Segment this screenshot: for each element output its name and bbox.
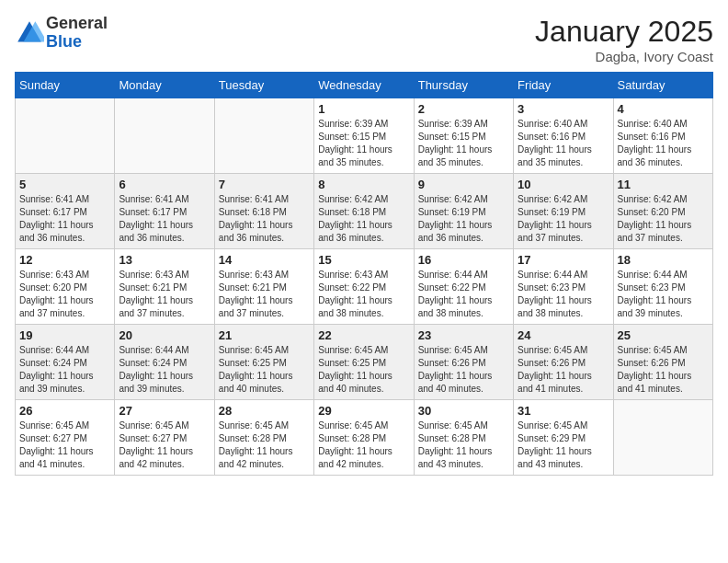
- day-info: Sunrise: 6:45 AMSunset: 6:26 PMDaylight:…: [418, 344, 509, 396]
- day-info: Sunrise: 6:43 AMSunset: 6:22 PMDaylight:…: [318, 269, 409, 320]
- day-info: Sunrise: 6:39 AMSunset: 6:15 PMDaylight:…: [318, 118, 409, 169]
- month-title: January 2025: [535, 15, 713, 49]
- table-row: 20Sunrise: 6:44 AMSunset: 6:24 PMDayligh…: [115, 325, 214, 400]
- logo: General Blue: [15, 15, 108, 52]
- col-thursday: Thursday: [414, 73, 513, 98]
- calendar-table: Sunday Monday Tuesday Wednesday Thursday…: [15, 72, 713, 476]
- day-info: Sunrise: 6:41 AMSunset: 6:17 PMDaylight:…: [19, 193, 110, 245]
- table-row: [115, 98, 214, 174]
- day-number: 26: [19, 404, 110, 418]
- title-block: January 2025 Dagba, Ivory Coast: [535, 15, 713, 64]
- day-info: Sunrise: 6:45 AMSunset: 6:26 PMDaylight:…: [618, 344, 709, 396]
- table-row: 28Sunrise: 6:45 AMSunset: 6:28 PMDayligh…: [214, 400, 313, 476]
- day-number: 24: [518, 328, 609, 342]
- day-number: 22: [318, 328, 409, 342]
- day-number: 2: [418, 102, 509, 116]
- table-row: 30Sunrise: 6:45 AMSunset: 6:28 PMDayligh…: [414, 400, 513, 476]
- day-number: 5: [19, 178, 110, 191]
- day-number: 16: [418, 253, 509, 267]
- day-number: 14: [219, 253, 310, 267]
- day-info: Sunrise: 6:42 AMSunset: 6:18 PMDaylight:…: [318, 193, 409, 245]
- table-row: 14Sunrise: 6:43 AMSunset: 6:21 PMDayligh…: [214, 249, 313, 325]
- table-row: 13Sunrise: 6:43 AMSunset: 6:21 PMDayligh…: [115, 249, 214, 325]
- day-info: Sunrise: 6:45 AMSunset: 6:28 PMDaylight:…: [418, 419, 509, 471]
- logo-text: General Blue: [46, 15, 108, 52]
- day-info: Sunrise: 6:41 AMSunset: 6:17 PMDaylight:…: [119, 193, 210, 245]
- table-row: 4Sunrise: 6:40 AMSunset: 6:16 PMDaylight…: [613, 98, 712, 174]
- table-row: 1Sunrise: 6:39 AMSunset: 6:15 PMDaylight…: [314, 98, 414, 174]
- calendar-week-row: 5Sunrise: 6:41 AMSunset: 6:17 PMDaylight…: [16, 174, 713, 249]
- day-number: 7: [219, 178, 310, 191]
- day-info: Sunrise: 6:40 AMSunset: 6:16 PMDaylight:…: [518, 118, 609, 169]
- day-info: Sunrise: 6:42 AMSunset: 6:19 PMDaylight:…: [518, 193, 609, 245]
- location-subtitle: Dagba, Ivory Coast: [535, 49, 713, 64]
- col-wednesday: Wednesday: [314, 73, 414, 98]
- day-info: Sunrise: 6:44 AMSunset: 6:24 PMDaylight:…: [119, 344, 210, 396]
- day-number: 20: [119, 328, 210, 342]
- table-row: [613, 400, 712, 476]
- day-info: Sunrise: 6:43 AMSunset: 6:21 PMDaylight:…: [219, 269, 310, 320]
- calendar-body: 1Sunrise: 6:39 AMSunset: 6:15 PMDaylight…: [16, 98, 713, 476]
- table-row: 12Sunrise: 6:43 AMSunset: 6:20 PMDayligh…: [16, 249, 115, 325]
- calendar-header-row: Sunday Monday Tuesday Wednesday Thursday…: [16, 73, 713, 98]
- day-number: 29: [318, 404, 409, 418]
- day-info: Sunrise: 6:42 AMSunset: 6:20 PMDaylight:…: [618, 193, 709, 245]
- day-info: Sunrise: 6:41 AMSunset: 6:18 PMDaylight:…: [219, 193, 310, 245]
- day-number: 15: [318, 253, 409, 267]
- day-number: 10: [518, 178, 609, 191]
- table-row: 8Sunrise: 6:42 AMSunset: 6:18 PMDaylight…: [314, 174, 414, 249]
- day-number: 8: [318, 178, 409, 191]
- day-info: Sunrise: 6:45 AMSunset: 6:29 PMDaylight:…: [518, 419, 609, 471]
- day-info: Sunrise: 6:45 AMSunset: 6:27 PMDaylight:…: [119, 419, 210, 471]
- day-info: Sunrise: 6:45 AMSunset: 6:26 PMDaylight:…: [518, 344, 609, 396]
- table-row: 23Sunrise: 6:45 AMSunset: 6:26 PMDayligh…: [414, 325, 513, 400]
- table-row: 10Sunrise: 6:42 AMSunset: 6:19 PMDayligh…: [514, 174, 613, 249]
- day-info: Sunrise: 6:39 AMSunset: 6:15 PMDaylight:…: [418, 118, 509, 169]
- col-monday: Monday: [115, 73, 214, 98]
- day-info: Sunrise: 6:43 AMSunset: 6:21 PMDaylight:…: [119, 269, 210, 320]
- table-row: 21Sunrise: 6:45 AMSunset: 6:25 PMDayligh…: [214, 325, 313, 400]
- logo-general-text: General: [46, 15, 108, 33]
- table-row: 25Sunrise: 6:45 AMSunset: 6:26 PMDayligh…: [613, 325, 712, 400]
- day-info: Sunrise: 6:44 AMSunset: 6:23 PMDaylight:…: [518, 269, 609, 320]
- calendar-week-row: 19Sunrise: 6:44 AMSunset: 6:24 PMDayligh…: [16, 325, 713, 400]
- calendar-week-row: 1Sunrise: 6:39 AMSunset: 6:15 PMDaylight…: [16, 98, 713, 174]
- table-row: 3Sunrise: 6:40 AMSunset: 6:16 PMDaylight…: [514, 98, 613, 174]
- day-number: 12: [19, 253, 110, 267]
- table-row: 19Sunrise: 6:44 AMSunset: 6:24 PMDayligh…: [16, 325, 115, 400]
- table-row: 16Sunrise: 6:44 AMSunset: 6:22 PMDayligh…: [414, 249, 513, 325]
- page-header: General Blue January 2025 Dagba, Ivory C…: [15, 15, 713, 64]
- col-friday: Friday: [514, 73, 613, 98]
- col-saturday: Saturday: [613, 73, 712, 98]
- day-number: 19: [19, 328, 110, 342]
- day-number: 25: [618, 328, 709, 342]
- day-number: 18: [618, 253, 709, 267]
- day-number: 17: [518, 253, 609, 267]
- table-row: 27Sunrise: 6:45 AMSunset: 6:27 PMDayligh…: [115, 400, 214, 476]
- col-sunday: Sunday: [16, 73, 115, 98]
- day-info: Sunrise: 6:44 AMSunset: 6:22 PMDaylight:…: [418, 269, 509, 320]
- day-info: Sunrise: 6:43 AMSunset: 6:20 PMDaylight:…: [19, 269, 110, 320]
- table-row: 24Sunrise: 6:45 AMSunset: 6:26 PMDayligh…: [514, 325, 613, 400]
- table-row: 9Sunrise: 6:42 AMSunset: 6:19 PMDaylight…: [414, 174, 513, 249]
- day-number: 6: [119, 178, 210, 191]
- table-row: 15Sunrise: 6:43 AMSunset: 6:22 PMDayligh…: [314, 249, 414, 325]
- day-number: 31: [518, 404, 609, 418]
- day-info: Sunrise: 6:42 AMSunset: 6:19 PMDaylight:…: [418, 193, 509, 245]
- day-number: 3: [518, 102, 609, 116]
- table-row: 2Sunrise: 6:39 AMSunset: 6:15 PMDaylight…: [414, 98, 513, 174]
- day-number: 4: [618, 102, 709, 116]
- table-row: 18Sunrise: 6:44 AMSunset: 6:23 PMDayligh…: [613, 249, 712, 325]
- day-info: Sunrise: 6:45 AMSunset: 6:27 PMDaylight:…: [19, 419, 110, 471]
- day-info: Sunrise: 6:44 AMSunset: 6:23 PMDaylight:…: [618, 269, 709, 320]
- day-number: 13: [119, 253, 210, 267]
- day-number: 28: [219, 404, 310, 418]
- day-info: Sunrise: 6:40 AMSunset: 6:16 PMDaylight:…: [618, 118, 709, 169]
- day-number: 21: [219, 328, 310, 342]
- table-row: 7Sunrise: 6:41 AMSunset: 6:18 PMDaylight…: [214, 174, 313, 249]
- table-row: 6Sunrise: 6:41 AMSunset: 6:17 PMDaylight…: [115, 174, 214, 249]
- day-number: 11: [618, 178, 709, 191]
- table-row: 22Sunrise: 6:45 AMSunset: 6:25 PMDayligh…: [314, 325, 414, 400]
- day-number: 9: [418, 178, 509, 191]
- day-info: Sunrise: 6:45 AMSunset: 6:28 PMDaylight:…: [318, 419, 409, 471]
